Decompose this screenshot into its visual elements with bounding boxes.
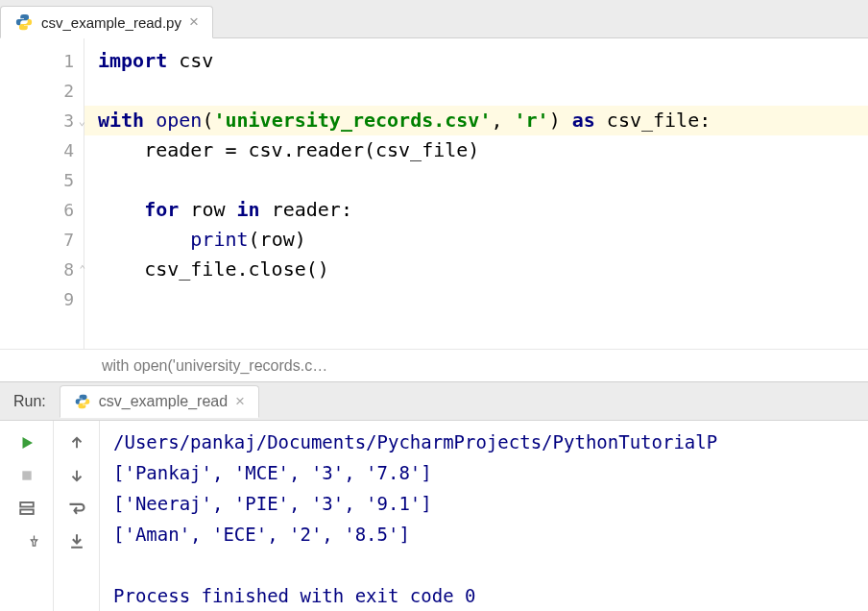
run-panel-body: /Users/pankaj/Documents/PycharmProjects/…	[0, 421, 868, 611]
line-number: 4	[0, 135, 84, 165]
code-line[interactable]: with open('university_records.csv', 'r')…	[84, 106, 868, 135]
editor-tab-label: csv_example_read.py	[41, 14, 181, 31]
svg-rect-0	[22, 471, 31, 479]
layout-button[interactable]	[12, 494, 41, 523]
soft-wrap-button[interactable]	[62, 494, 91, 523]
svg-rect-1	[20, 502, 34, 507]
svg-rect-2	[20, 510, 34, 515]
code-line[interactable]: print(row)	[98, 225, 868, 255]
editor-area: 123⌄45678⌃9 import csvwith open('univers…	[0, 38, 868, 349]
run-config-tab[interactable]: csv_example_read ×	[60, 385, 259, 418]
run-panel-header: Run: csv_example_read ×	[0, 382, 868, 421]
code-line[interactable]	[98, 76, 868, 106]
line-number-gutter: 123⌄45678⌃9	[0, 38, 84, 349]
python-file-icon	[14, 12, 34, 32]
fold-icon[interactable]: ⌄	[79, 114, 85, 128]
python-icon	[74, 393, 91, 410]
run-panel-label: Run:	[13, 393, 46, 410]
line-number: 6	[0, 195, 84, 225]
line-number: 2	[0, 76, 84, 106]
editor-tab-bar: csv_example_read.py ×	[0, 0, 868, 38]
run-panel: Run: csv_example_read ×	[0, 381, 868, 611]
pin-button[interactable]	[12, 526, 41, 555]
line-number: 7	[0, 225, 84, 255]
code-line[interactable]: for row in reader:	[98, 195, 868, 225]
code-line[interactable]: import csv	[98, 46, 868, 76]
line-number: 3⌄	[0, 106, 84, 135]
breadcrumb-text: with open('university_records.c…	[102, 357, 327, 375]
line-number: 5	[0, 165, 84, 195]
code-line[interactable]	[98, 284, 868, 314]
code-editor[interactable]: import csvwith open('university_records.…	[84, 38, 868, 349]
code-line[interactable]	[98, 165, 868, 195]
line-number: 9	[0, 284, 84, 314]
fold-end-icon[interactable]: ⌃	[79, 263, 85, 276]
code-line[interactable]: csv_file.close()	[98, 255, 868, 284]
scroll-down-button[interactable]	[62, 461, 91, 490]
code-line[interactable]: reader = csv.reader(csv_file)	[98, 135, 868, 165]
line-number: 8⌃	[0, 255, 84, 284]
run-button[interactable]	[12, 428, 41, 457]
run-toolbar-left	[0, 421, 54, 611]
run-config-tab-label: csv_example_read	[99, 393, 228, 410]
console-output[interactable]: /Users/pankaj/Documents/PycharmProjects/…	[100, 421, 868, 611]
run-toolbar-console	[54, 421, 100, 611]
editor-tab[interactable]: csv_example_read.py ×	[0, 6, 213, 38]
line-number: 1	[0, 46, 84, 76]
close-tab-icon[interactable]: ×	[189, 12, 199, 32]
scroll-up-button[interactable]	[62, 428, 91, 457]
scroll-to-end-button[interactable]	[62, 526, 91, 555]
breadcrumb[interactable]: with open('university_records.c…	[0, 349, 868, 381]
stop-button[interactable]	[12, 461, 41, 490]
close-run-tab-icon[interactable]: ×	[235, 392, 245, 411]
